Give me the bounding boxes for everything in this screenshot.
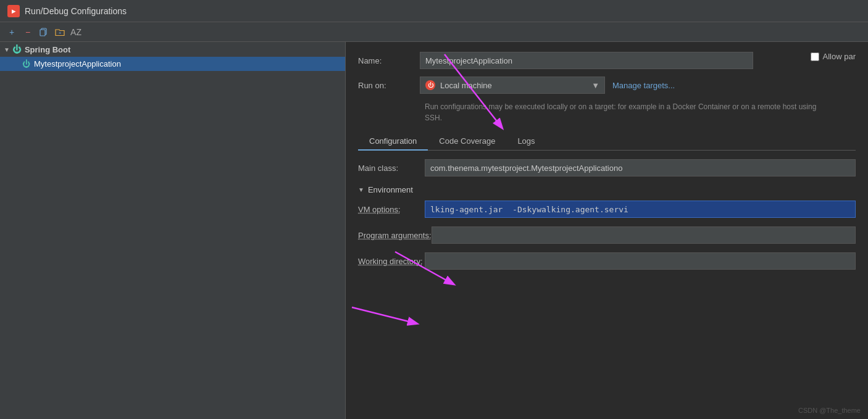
tab-logs[interactable]: Logs xyxy=(506,133,546,151)
new-folder-button[interactable]: + xyxy=(53,25,67,39)
working-dir-label: Working directory: xyxy=(358,257,425,266)
sort-button[interactable]: AZ xyxy=(69,25,83,39)
tabs-container: Configuration Code Coverage Logs xyxy=(358,132,856,151)
spring-boot-category[interactable]: ▼ ⏻ Spring Boot xyxy=(0,42,345,57)
allow-parallel-label: Allow par xyxy=(823,52,856,61)
working-dir-row: Working directory: xyxy=(358,252,856,270)
local-machine-icon: ⏻ xyxy=(425,80,435,90)
allow-parallel-section: Allow par xyxy=(811,52,856,61)
toolbar: + − + AZ xyxy=(0,22,868,42)
section-chevron-icon: ▼ xyxy=(358,186,364,193)
config-item-label: MytestprojectApplication xyxy=(34,59,121,68)
remove-button[interactable]: − xyxy=(21,25,35,39)
config-item-mytestproject[interactable]: ⏻ MytestprojectApplication xyxy=(0,57,345,71)
vm-options-row: VM options: xyxy=(358,201,856,218)
vm-options-input[interactable] xyxy=(425,201,856,218)
add-button[interactable]: + xyxy=(5,25,19,39)
main-class-input[interactable] xyxy=(425,159,856,176)
info-text: Run configurations may be executed local… xyxy=(425,101,820,123)
vm-options-label: VM options: xyxy=(358,205,425,214)
dialog-title: Run/Debug Configurations xyxy=(25,6,127,16)
left-panel: ▼ ⏻ Spring Boot ⏻ MytestprojectApplicati… xyxy=(0,42,346,419)
main-layout: ▼ ⏻ Spring Boot ⏻ MytestprojectApplicati… xyxy=(0,42,868,419)
program-args-input[interactable] xyxy=(432,226,856,244)
main-class-row: Main class: xyxy=(358,159,856,176)
svg-text:+: + xyxy=(59,30,62,36)
run-on-value: Local machine xyxy=(440,81,492,90)
app-icon: ▶ xyxy=(7,5,20,17)
working-dir-input[interactable] xyxy=(425,252,856,270)
environment-section[interactable]: ▼ Environment xyxy=(358,185,856,194)
svg-text:▶: ▶ xyxy=(12,9,16,14)
run-on-dropdown[interactable]: ⏻ Local machine ▼ xyxy=(420,77,605,94)
manage-targets-link[interactable]: Manage targets... xyxy=(612,81,675,90)
run-on-label: Run on: xyxy=(358,81,420,90)
title-bar: ▶ Run/Debug Configurations xyxy=(0,0,868,22)
run-on-row: Run on: ⏻ Local machine ▼ Manage targets… xyxy=(358,77,856,94)
environment-label: Environment xyxy=(368,185,413,194)
name-row: Name: xyxy=(358,52,856,69)
right-panel: Allow par Name: Run on: ⏻ Local machine … xyxy=(346,42,868,419)
tab-code-coverage[interactable]: Code Coverage xyxy=(428,133,506,151)
main-class-label: Main class: xyxy=(358,164,425,173)
svg-rect-3 xyxy=(40,30,45,36)
spring-boot-label: Spring Boot xyxy=(25,45,70,54)
allow-parallel-checkbox[interactable] xyxy=(811,52,819,61)
watermark: CSDN @The_theme xyxy=(798,407,861,414)
power-icon-child: ⏻ xyxy=(22,59,30,68)
program-args-row: Program arguments: xyxy=(358,226,856,244)
name-label: Name: xyxy=(358,56,420,65)
dropdown-chevron-icon: ▼ xyxy=(591,81,599,90)
copy-button[interactable] xyxy=(37,25,51,39)
program-args-label: Program arguments: xyxy=(358,231,432,240)
tab-configuration[interactable]: Configuration xyxy=(358,133,428,151)
chevron-down-icon: ▼ xyxy=(4,46,10,53)
power-icon: ⏻ xyxy=(12,44,21,54)
name-input[interactable] xyxy=(420,52,753,69)
